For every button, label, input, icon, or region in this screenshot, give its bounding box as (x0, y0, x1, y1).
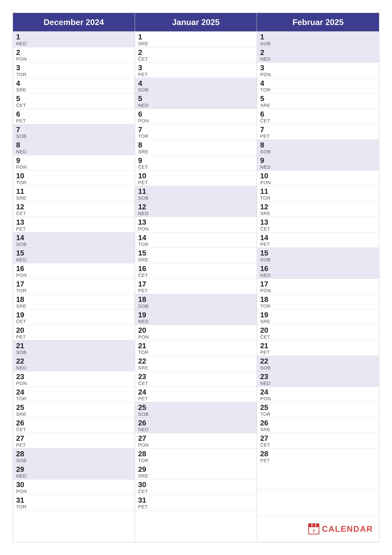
day-number: 4 (138, 79, 254, 87)
day-name: NED (260, 273, 376, 278)
day-row: 16NED (257, 263, 379, 279)
day-name: PET (138, 396, 254, 401)
day-row: 13PON (135, 217, 257, 232)
day-row: 13ČET (257, 217, 379, 232)
day-row: 26NED (135, 418, 257, 433)
day-row: 12SRE (257, 202, 379, 217)
day-name: TOR (16, 72, 131, 77)
day-name: NED (260, 381, 376, 386)
day-row: 4SOB (135, 78, 257, 94)
day-name: PON (260, 288, 376, 293)
day-name: PON (138, 442, 254, 448)
day-row: 11SRE (13, 186, 135, 202)
day-name: PON (138, 226, 254, 232)
day-row: 4TOR (257, 78, 379, 94)
day-number: 12 (138, 203, 254, 211)
day-number: 2 (260, 48, 376, 57)
day-name: NED (16, 41, 131, 46)
day-number: 10 (260, 172, 376, 180)
day-row: 31PET (135, 495, 257, 510)
day-number: 3 (260, 64, 376, 72)
day-name: SRE (16, 411, 131, 417)
month-header-1: Januar 2025 (135, 13, 257, 32)
day-name: NED (16, 365, 131, 371)
day-name: SRE (260, 319, 376, 324)
day-name: ČET (260, 118, 376, 124)
day-number: 3 (138, 64, 254, 72)
day-name: PET (16, 442, 131, 448)
day-number: 22 (260, 357, 376, 365)
day-row: 11SOB (135, 186, 257, 202)
day-row: 12NED (135, 202, 257, 217)
day-name: NED (138, 211, 254, 216)
day-row: 29NED (13, 464, 135, 480)
day-name: PET (16, 226, 131, 232)
day-number: 18 (138, 295, 254, 303)
day-name: NED (16, 473, 131, 479)
svg-rect-2 (308, 526, 319, 527)
logo-area: 7 CALENDAR (308, 523, 373, 534)
day-row: 3PON (257, 63, 379, 78)
day-row: 8SRE (135, 140, 257, 155)
day-number: 11 (138, 187, 254, 195)
day-name: PON (260, 180, 376, 185)
day-row: 2ČET (135, 47, 257, 63)
day-number: 8 (16, 141, 131, 149)
day-number: 24 (138, 388, 254, 396)
day-number: 19 (260, 311, 376, 319)
day-number: 15 (138, 249, 254, 257)
day-name: PET (138, 180, 254, 185)
day-number: 25 (260, 403, 376, 411)
day-name: SOB (138, 87, 254, 93)
day-name: NED (138, 319, 254, 324)
day-row: 5SRE (257, 93, 379, 109)
day-name: SRE (138, 41, 254, 46)
day-row: 9ČET (135, 155, 257, 171)
day-number: 2 (16, 48, 131, 57)
day-name: PON (260, 72, 376, 77)
day-row: 19SRE (257, 310, 379, 325)
day-row: 8NED (13, 140, 135, 155)
day-number: 1 (260, 33, 376, 41)
month-column-0: December 20241NED2PON3TOR4SRE5ČET6PET7SO… (13, 13, 135, 542)
day-name: TOR (260, 195, 376, 201)
day-name: SRE (138, 257, 254, 263)
day-row: 30ČET (135, 479, 257, 495)
day-row: 27ČET (257, 433, 379, 449)
day-name: PET (260, 458, 376, 463)
day-row: 2PON (13, 47, 135, 63)
day-row: 15SRE (135, 248, 257, 263)
day-name: TOR (260, 87, 376, 93)
day-name: ČET (138, 56, 254, 62)
day-name: SRE (16, 195, 131, 201)
day-number: 29 (138, 465, 254, 473)
day-number: 22 (16, 357, 131, 365)
day-number: 20 (16, 326, 131, 334)
day-name: SRE (260, 103, 376, 108)
day-number: 9 (260, 156, 376, 165)
month-column-2: Februar 20251SOB2NED3PON4TOR5SRE6ČET7PET… (257, 13, 379, 542)
day-name: SOB (138, 411, 254, 417)
day-row: 18TOR (257, 294, 379, 310)
day-name: SRE (16, 303, 131, 309)
day-number: 15 (16, 249, 131, 257)
day-row: 16PON (13, 263, 135, 279)
day-name: SOB (260, 149, 376, 154)
day-row: 20PET (13, 325, 135, 340)
day-name: TOR (260, 411, 376, 417)
day-name: ČET (260, 442, 376, 448)
day-row: 16ČET (135, 263, 257, 279)
day-number: 29 (16, 465, 131, 473)
day-row: 3TOR (13, 63, 135, 78)
day-row: 17TOR (13, 279, 135, 294)
day-name: TOR (138, 458, 254, 463)
day-number: 30 (138, 481, 254, 489)
day-number: 11 (260, 187, 376, 195)
day-name: PON (16, 273, 131, 278)
day-row: 14SOB (13, 232, 135, 248)
day-row: 10TOR (13, 171, 135, 186)
day-name: PET (138, 288, 254, 293)
day-number: 1 (16, 33, 131, 41)
day-number: 18 (260, 295, 376, 303)
day-row: 28PET (257, 449, 379, 464)
